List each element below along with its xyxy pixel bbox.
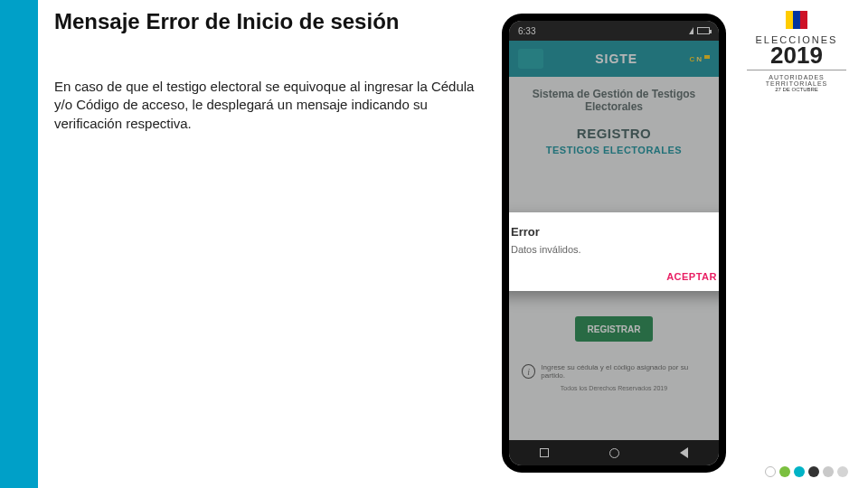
dot [808,466,819,477]
home-icon[interactable] [609,448,619,458]
slide-body: En caso de que el testigo electoral se e… [54,78,479,133]
back-icon[interactable] [680,447,688,458]
accent-sidebar [0,0,38,488]
pagination-dots [765,466,848,477]
dialog-title: Error [511,225,717,239]
dot [765,466,776,477]
logo-sub: AUTORIDADES TERRITORIALES [743,74,850,87]
dialog-message: Datos inválidos. [511,244,717,255]
dot [779,466,790,477]
android-navbar [509,440,719,465]
elections-logo: ELECCIONES 2019 AUTORIDADES TERRITORIALE… [743,11,850,92]
recent-apps-icon[interactable] [540,448,549,457]
slide: Mensaje Error de Inicio de sesión En cas… [0,0,868,488]
dot [823,466,834,477]
phone-mock: 6:33 SIGTE C N Sistema de Gestión de Tes… [502,14,726,473]
logo-year: 2019 [743,45,850,66]
logo-date: 27 DE OCTUBRE [743,87,850,92]
error-dialog: Error Datos inválidos. ACEPTAR [509,212,719,291]
dot [837,466,848,477]
dialog-accept-button[interactable]: ACEPTAR [511,271,717,282]
flag-icon [786,11,807,29]
divider [747,70,846,70]
slide-title: Mensaje Error de Inicio de sesión [54,9,399,34]
phone-screen: 6:33 SIGTE C N Sistema de Gestión de Tes… [509,21,719,465]
dot [794,466,805,477]
